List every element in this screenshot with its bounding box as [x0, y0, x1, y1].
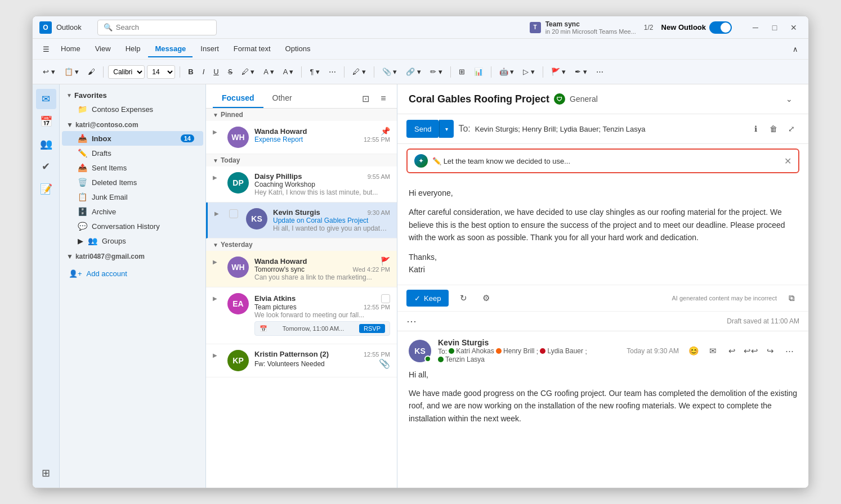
play-btn[interactable]: ▷ ▾ [520, 64, 538, 80]
yesterday-divider[interactable]: ▼ Yesterday [206, 238, 397, 251]
attach-btn[interactable]: 📎 ▾ [379, 64, 401, 80]
tab-other[interactable]: Other [263, 89, 301, 108]
hamburger-button[interactable]: ☰ [39, 40, 53, 57]
flag-btn[interactable]: 🚩 ▾ [548, 64, 570, 80]
reply-all-btn[interactable]: ↩↩ [743, 343, 759, 359]
emoji-btn[interactable]: 😊 [686, 343, 701, 359]
minimize-button[interactable]: ─ [748, 20, 763, 35]
collapse-ribbon-btn[interactable]: ∧ [789, 40, 802, 57]
highlight-btn[interactable]: 🖊 ▾ [238, 64, 258, 80]
keep-button[interactable]: ✓ Keep [406, 290, 449, 307]
forward-all-btn[interactable]: ✉ [705, 343, 721, 359]
tab-home[interactable]: Home [54, 41, 87, 57]
paragraph-btn[interactable]: ¶ ▾ [306, 64, 323, 80]
chart-btn[interactable]: 📊 [471, 64, 486, 80]
forward-btn[interactable]: ↪ [762, 343, 778, 359]
nav-notes[interactable]: 📝 [36, 179, 56, 199]
nav-mail[interactable]: ✉ [36, 89, 56, 109]
folder-deleted-items[interactable]: 🗑️ Deleted Items [62, 175, 203, 190]
list-item[interactable]: ▶ KS Kevin Sturgis 9:30 AM Update on Cor… [206, 202, 397, 238]
search-bar[interactable]: 🔍 [97, 20, 217, 35]
list-item[interactable]: ▶ WH Wanda Howard 🚩 Tomorrow's sync Wed … [206, 251, 397, 287]
copy-btn[interactable]: ⧉ [784, 290, 799, 306]
font-color-btn[interactable]: A ▾ [260, 64, 278, 80]
nav-calendar[interactable]: 📅 [36, 111, 56, 132]
font-size-selector[interactable]: 14 [147, 65, 175, 79]
draw-btn[interactable]: ✏ ▾ [427, 64, 446, 80]
tab-focused[interactable]: Focused [213, 89, 263, 108]
more-format-btn[interactable]: ⋯ [325, 64, 339, 80]
email-list: Focused Other ⊡ ≡ ▼ Pinned ▶ WH Wan [206, 84, 397, 488]
close-button[interactable]: ✕ [786, 20, 802, 35]
list-item[interactable]: ▶ DP Daisy Phillips 9:55 AM Coaching Wor… [206, 166, 397, 202]
send-dropdown-btn[interactable]: ▾ [439, 120, 454, 138]
tab-message[interactable]: Message [148, 41, 193, 57]
compose-body[interactable]: Hi everyone, After careful consideration… [397, 178, 808, 285]
delete-compose-btn[interactable]: 🗑 [766, 121, 781, 137]
more-actions-btn[interactable]: ⋯ [781, 343, 797, 359]
nav-people[interactable]: 👥 [36, 134, 56, 154]
email-checkbox[interactable] [381, 294, 390, 303]
tab-format-text[interactable]: Format text [227, 41, 278, 57]
list-item[interactable]: ▶ KP Kristin Patternson (2) 12:55 PM Fw:… [206, 344, 397, 377]
folder-archive[interactable]: 🗄️ Archive [62, 204, 203, 219]
font-selector[interactable]: Calibri [108, 65, 145, 79]
regenerate-btn[interactable]: ↻ [455, 290, 471, 306]
folder-drafts[interactable]: ✏️ Drafts [62, 146, 203, 160]
rp-collapse-btn[interactable]: ⌄ [781, 91, 797, 107]
link-btn[interactable]: 🔗 ▾ [402, 64, 424, 80]
italic-btn[interactable]: I [199, 64, 208, 80]
undo-btn[interactable]: ↩ ▾ [39, 64, 59, 80]
tab-insert[interactable]: Insert [194, 41, 226, 57]
folder-groups[interactable]: ▶ 👥 Groups [62, 233, 203, 248]
tab-help[interactable]: Help [119, 41, 147, 57]
adjust-btn[interactable]: ⚙ [478, 290, 494, 306]
more-options-btn[interactable]: ⋯ [406, 315, 417, 327]
email-list-tabs: Focused Other ⊡ ≡ [206, 84, 397, 109]
copilot-btn[interactable]: 🤖 ▾ [496, 64, 518, 80]
folder-sent-items[interactable]: 📤 Sent Items [62, 160, 203, 175]
list-item[interactable]: ▶ WH Wanda Howard 📌 Expense Report 12:55… [206, 121, 397, 154]
send-button[interactable]: Send [406, 120, 439, 138]
list-item[interactable]: ▶ EA Elvia Atkins Team pictures 12:55 PM… [206, 287, 397, 344]
new-outlook-switch[interactable] [709, 21, 732, 34]
filter-btn[interactable]: ≡ [377, 92, 390, 105]
tab-options[interactable]: Options [279, 41, 317, 57]
ai-close-btn[interactable]: ✕ [784, 156, 791, 166]
folder-contoso-expenses[interactable]: 📁 Contoso Expenses [62, 102, 203, 116]
signature-btn[interactable]: ✒ ▾ [571, 64, 591, 80]
folder-junk-email[interactable]: 📋 Junk Email [62, 190, 203, 204]
email-subheader: Expense Report 12:55 PM [254, 136, 390, 143]
folder-conversation-history[interactable]: 💬 Conversation History [62, 219, 203, 233]
pop-out-btn[interactable]: ⤢ [784, 121, 799, 137]
search-input[interactable] [116, 23, 211, 32]
folder-inbox[interactable]: 📥 Inbox 14 [62, 131, 203, 146]
nav-apps[interactable]: ⊞ [36, 463, 56, 483]
today-divider[interactable]: ▼ Today [206, 154, 397, 166]
reply-btn[interactable]: ↩ [724, 343, 740, 359]
paste-btn[interactable]: 📋 ▾ [61, 64, 83, 80]
account1-header[interactable]: ▼ katri@contoso.com [60, 119, 205, 131]
tab-view[interactable]: View [88, 41, 118, 57]
bold-btn[interactable]: B [185, 64, 196, 80]
more-toolbar-btn[interactable]: ⋯ [593, 64, 607, 80]
maximize-button[interactable]: □ [767, 20, 782, 35]
format-painter-btn[interactable]: 🖌 [84, 64, 99, 80]
email-checkbox[interactable] [229, 209, 238, 218]
view-toggle-btn[interactable]: ⊡ [359, 92, 372, 105]
strikethrough-btn[interactable]: S̶ [225, 64, 236, 80]
to-field[interactable]: Kevin Sturgis; Henry Brill; Lydia Bauer;… [475, 125, 743, 133]
add-account-btn[interactable]: 👤+ Add account [60, 265, 205, 282]
pinned-divider[interactable]: ▼ Pinned [206, 109, 397, 121]
rsvp-button[interactable]: RSVP [359, 324, 385, 333]
apps-btn[interactable]: ⊞ [455, 64, 468, 80]
favorites-header[interactable]: ▼ Favorites [60, 89, 205, 102]
info-btn[interactable]: ℹ [748, 121, 763, 137]
nav-tasks[interactable]: ✔ [36, 156, 56, 177]
conv-history-label: Conversation History [92, 222, 160, 231]
account2-header[interactable]: ▼ katri0487@gmail.com [60, 250, 205, 263]
underline-btn[interactable]: U [210, 64, 222, 80]
spell-check-btn[interactable]: 🖊 ▾ [349, 64, 369, 80]
text-effect-btn[interactable]: A ▾ [280, 64, 297, 80]
teams-info: Team sync in 20 min Microsoft Teams Mee.… [545, 20, 636, 35]
